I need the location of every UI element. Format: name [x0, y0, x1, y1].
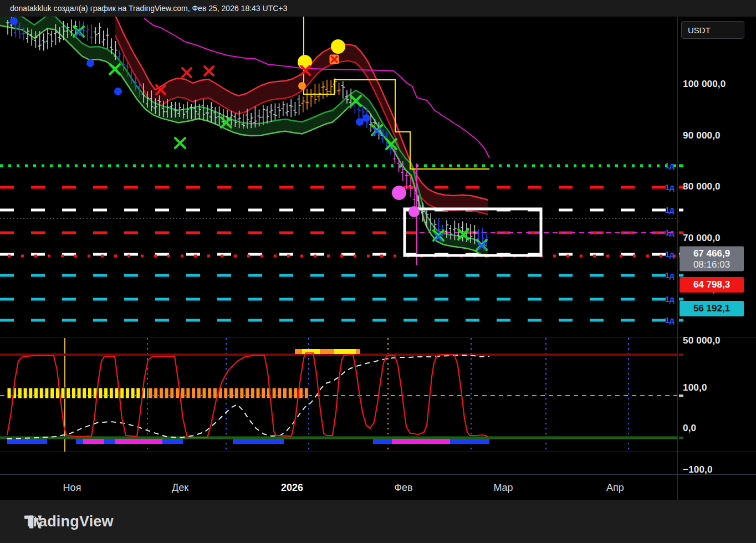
current-price-label[interactable]: 67 466,908:16:03	[680, 247, 744, 272]
pink-circle	[408, 206, 420, 217]
alert-price-label[interactable]: 56 192,1	[680, 301, 744, 316]
tradingview-logo-icon	[24, 515, 43, 529]
time-axis-label[interactable]: 2026	[281, 482, 303, 494]
time-axis[interactable]: НояДек2026ФевМарАпр	[0, 474, 756, 501]
blue-dot	[114, 88, 122, 95]
oscillator-pane[interactable]	[0, 338, 756, 474]
orange-dot	[298, 82, 306, 90]
price-axis-border[interactable]	[677, 17, 678, 474]
top-strip-segment	[356, 349, 360, 354]
tradingview-logo[interactable]: TradingView	[24, 513, 114, 530]
time-axis-label[interactable]: Ноя	[63, 482, 81, 494]
bottom-strip-segment	[373, 439, 392, 444]
interval-label: 1д	[665, 295, 675, 304]
price-tick-label[interactable]: 80 000,0	[683, 181, 721, 192]
price-tick-label[interactable]: 90 000,0	[683, 130, 721, 141]
lower-envelope[interactable]	[0, 17, 487, 257]
interval-label: 1д	[665, 316, 675, 325]
time-axis-label[interactable]: Апр	[606, 482, 624, 494]
osc-tick-label[interactable]: −100,0	[683, 464, 713, 475]
interval-label: 1д	[665, 183, 675, 192]
interval-label: 1д	[665, 206, 675, 214]
interval-label: 1д	[665, 161, 675, 170]
blue-dot	[86, 59, 94, 67]
interval-label: 1д	[665, 250, 675, 259]
x-mark	[205, 66, 213, 75]
yellow-circle	[331, 39, 345, 54]
osc-tick-label[interactable]: 100,0	[683, 382, 707, 393]
top-strip-segment	[295, 349, 302, 354]
price-tick-label[interactable]: 100 000,0	[683, 79, 726, 90]
blue-dot	[10, 17, 18, 25]
x-mark	[175, 138, 185, 148]
price-tick-label[interactable]: 70 000,0	[683, 233, 721, 244]
currency-toggle-button[interactable]: USDT	[681, 21, 744, 39]
footer: TradingView	[0, 500, 756, 543]
price-tick-label[interactable]: 50 000,0	[683, 335, 721, 346]
pane-separator[interactable]	[0, 452, 756, 452]
time-axis-label[interactable]: Дек	[172, 482, 188, 494]
attribution-bar: donatakkluk создал(а) график на TradingV…	[0, 0, 756, 17]
bottom-strip-segment	[7, 439, 47, 444]
interval-label: 1д	[665, 271, 675, 280]
main-price-pane[interactable]: 1д1д1д1д1д1д1д1д	[0, 17, 756, 338]
current-price-value: 67 466,9	[680, 248, 744, 259]
blue-dot	[356, 118, 364, 126]
chart-area[interactable]: 1д1д1д1д1д1д1д1д USDT 100 000,090 000,08…	[0, 17, 756, 500]
pink-circle	[392, 186, 406, 200]
pane-separator[interactable]	[0, 337, 756, 337]
histogram[interactable]	[7, 388, 308, 398]
alert-price-label[interactable]: 64 798,3	[680, 277, 744, 293]
tradingview-snapshot: donatakkluk создал(а) график на TradingV…	[0, 0, 756, 543]
osc-tick-label[interactable]: 0,0	[683, 423, 696, 434]
x-mark	[182, 68, 191, 77]
attribution-text: donatakkluk создал(а) график на TradingV…	[10, 4, 287, 13]
blue-dot	[362, 114, 370, 122]
bottom-strip-segment	[83, 439, 104, 444]
bottom-strip-segment	[115, 439, 162, 444]
bottom-strip-segment	[162, 439, 183, 444]
bottom-strip-segment	[76, 439, 83, 444]
time-axis-label[interactable]: Фев	[394, 482, 412, 494]
bottom-strip-segment	[450, 439, 489, 444]
bar-countdown: 08:16:03	[680, 259, 744, 270]
bottom-strip-segment	[104, 439, 115, 444]
top-strip-segment	[320, 349, 334, 354]
time-axis-label[interactable]: Мар	[493, 482, 513, 494]
bottom-strip-segment	[392, 439, 450, 444]
bottom-strip-segment	[233, 439, 284, 444]
top-strip-segment	[334, 349, 356, 354]
